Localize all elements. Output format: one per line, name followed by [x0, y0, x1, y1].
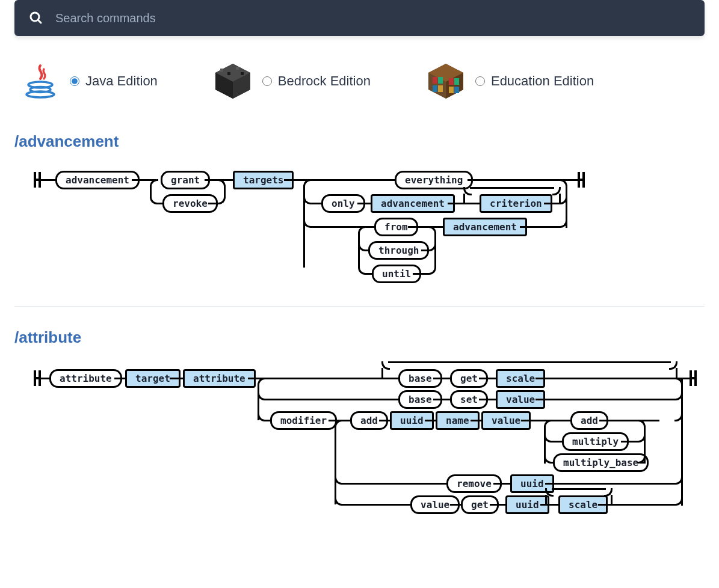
edition-bedrock-radio[interactable]: [262, 76, 272, 86]
edition-java-label-wrap[interactable]: Java Edition: [70, 73, 158, 89]
svg-rect-21: [454, 78, 459, 85]
command-advancement-title[interactable]: /advancement: [14, 132, 705, 151]
tok-criterion: criterion: [480, 194, 552, 213]
search-input[interactable]: [55, 11, 690, 25]
command-attribute: /attribute attribute target attribute ba…: [14, 328, 705, 526]
rail-end-icon: [578, 172, 585, 188]
svg-line-1: [38, 20, 41, 23]
diagram-attribute: attribute target attribute base get scal…: [14, 358, 705, 526]
tok-through: through: [368, 241, 429, 260]
tok-everything: everything: [395, 171, 473, 189]
command-advancement: /advancement advancement grant revoke ta…: [14, 132, 705, 288]
tok-attribute-root: attribute: [49, 369, 122, 388]
edition-java-label: Java Edition: [85, 73, 158, 89]
svg-rect-20: [449, 78, 454, 85]
edition-education-radio[interactable]: [475, 76, 485, 86]
tok-only-adv: advancement: [371, 194, 455, 213]
tok-attr: attribute: [183, 369, 256, 388]
svg-rect-10: [236, 67, 239, 70]
edition-education-label: Education Edition: [491, 73, 594, 89]
edition-java-radio[interactable]: [70, 76, 79, 86]
edition-education-label-wrap[interactable]: Education Edition: [475, 73, 594, 89]
svg-rect-12: [241, 72, 244, 75]
tok-grant: grant: [161, 171, 210, 189]
rail-end-icon: [690, 370, 697, 386]
rail-start-icon: [34, 172, 41, 188]
tok-op-multbase: multiply_base: [553, 453, 649, 472]
search-bar: [14, 0, 705, 36]
svg-rect-16: [433, 77, 437, 84]
command-attribute-title[interactable]: /attribute: [14, 328, 705, 347]
edition-education: Education Edition: [425, 60, 594, 102]
svg-point-4: [26, 91, 54, 97]
edition-java: Java Edition: [19, 60, 158, 102]
edition-bedrock-label: Bedrock Edition: [278, 73, 371, 89]
search-icon: [29, 11, 43, 25]
diagram-advancement: advancement grant revoke targets everyth…: [14, 162, 705, 288]
rail-start-icon: [34, 370, 41, 386]
bedrock-icon: [212, 60, 254, 102]
tok-modifier: modifier: [270, 411, 337, 430]
svg-rect-17: [438, 77, 443, 84]
education-icon: [425, 60, 467, 102]
separator: [14, 306, 705, 307]
edition-selector: Java Edition Bedrock Edition: [14, 60, 705, 102]
java-icon: [19, 60, 61, 102]
edition-bedrock-label-wrap[interactable]: Bedrock Edition: [262, 73, 371, 89]
edition-bedrock: Bedrock Edition: [212, 60, 371, 102]
tok-range-adv: advancement: [443, 218, 527, 236]
tok-root: advancement: [55, 171, 140, 189]
svg-rect-23: [454, 87, 459, 93]
svg-rect-18: [433, 85, 437, 92]
svg-rect-19: [438, 85, 443, 92]
svg-rect-22: [449, 87, 454, 93]
tok-op-mult: multiply: [562, 432, 629, 451]
svg-rect-11: [227, 72, 230, 75]
svg-rect-9: [220, 69, 223, 72]
